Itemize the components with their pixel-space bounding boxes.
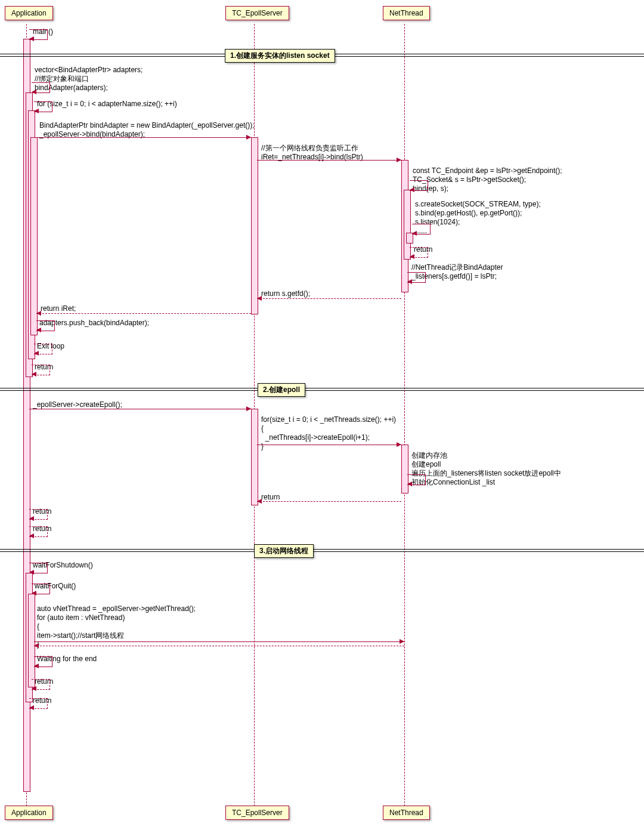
msg-pool: 创建内存池 创建epoll 遍历上面的_listeners将listen soc… <box>411 451 561 487</box>
arrowhead <box>32 686 36 691</box>
participant-application-bottom: Application <box>5 806 53 820</box>
arrowhead <box>412 231 417 236</box>
participant-netthread-top: NetThread <box>383 6 430 20</box>
msg-ep1: const TC_Endpoint &ep = lsPtr->getEndpoi… <box>413 166 562 193</box>
msg-create: _epollServer->createEpoll(); <box>33 400 122 409</box>
arrow <box>36 137 251 138</box>
msg-retfd: return s.getfd(); <box>261 289 310 298</box>
arrowhead <box>407 482 412 486</box>
activation <box>251 137 258 314</box>
arrow <box>34 641 404 642</box>
msg-for2: for(size_t i = 0; i < _netThreads.size()… <box>261 415 396 451</box>
arrowhead <box>32 591 36 596</box>
arrowhead <box>257 499 262 504</box>
divider-3: 3.启动网络线程 <box>254 544 314 558</box>
activation <box>251 409 258 505</box>
arrowhead <box>36 311 41 316</box>
activation <box>28 594 35 687</box>
arrow <box>257 160 401 161</box>
arrowhead <box>246 406 251 411</box>
arrowhead <box>410 187 414 192</box>
divider-line <box>0 388 644 391</box>
msg-push: adapters.push_back(bindAdapter); <box>39 319 149 328</box>
arrow-return <box>257 501 401 502</box>
participant-epollserver-top: TC_EpollServer <box>225 6 289 20</box>
msg-bind1: BindAdapterPtr bindAdapter = new BindAda… <box>39 121 255 139</box>
arrowhead <box>32 372 36 377</box>
arrow <box>29 409 251 409</box>
msg-auto: auto vNetThread = _epollServer->getNetTh… <box>37 604 196 649</box>
arrowhead <box>410 254 414 259</box>
arrowhead <box>400 639 404 644</box>
lifeline-netthread <box>404 24 405 812</box>
msg-retiret: return iRet; <box>41 304 76 313</box>
arrowhead <box>34 351 39 356</box>
divider-line <box>0 549 644 552</box>
participant-netthread-bottom: NetThread <box>383 806 430 820</box>
arrowhead <box>29 533 34 538</box>
msg-ret3: return <box>261 493 280 502</box>
sequence-diagram: Application TC_EpollServer NetThread App… <box>0 0 644 836</box>
arrowhead <box>36 328 41 332</box>
msg-net1: //第一个网络线程负责监听工作 iRet=_netThreads[i]->bin… <box>261 144 363 162</box>
arrowhead <box>257 296 262 301</box>
arrow-return <box>257 298 401 299</box>
arrowhead <box>29 36 34 41</box>
arrowhead <box>246 135 251 140</box>
divider-2: 2.创建epoll <box>258 383 305 397</box>
arrowhead <box>34 109 39 113</box>
arrowhead <box>32 90 36 94</box>
participant-epollserver-bottom: TC_EpollServer <box>225 806 289 820</box>
arrowhead <box>407 279 412 284</box>
arrow-return <box>36 313 251 314</box>
arrowhead <box>29 705 34 710</box>
arrowhead <box>29 570 34 575</box>
divider-1: 1.创建服务实体的listen socket <box>225 49 335 63</box>
msg-for1: for (size_t i = 0; i < adapterName.size(… <box>37 100 177 109</box>
arrowhead <box>34 664 39 668</box>
participant-application-top: Application <box>5 6 53 20</box>
arrow-return <box>34 646 404 646</box>
arrow <box>257 445 401 445</box>
arrowhead <box>34 643 39 648</box>
arrowhead <box>397 442 401 447</box>
arrowhead <box>29 516 34 521</box>
arrowhead <box>397 158 401 162</box>
activation <box>30 137 38 335</box>
msg-vec: vector<BindAdapterPtr> adapters; //绑定对象和… <box>35 66 143 92</box>
msg-sock: s.createSocket(SOCK_STREAM, type); s.bin… <box>415 200 541 236</box>
